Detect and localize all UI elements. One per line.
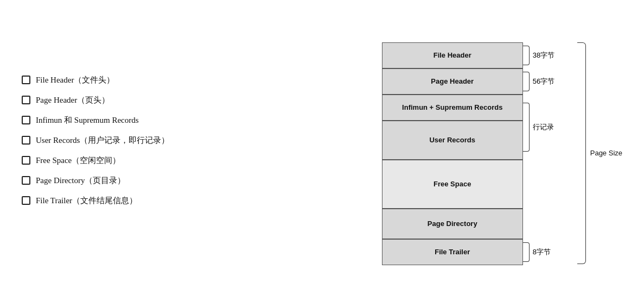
brace-icon: [523, 103, 530, 152]
annot-56字节: 56字节: [523, 68, 554, 95]
list-item-page-header-item: Page Header（页头）: [22, 95, 349, 105]
page-size-label: Page Size: [590, 149, 622, 157]
inner-annotations: 38字节56字节行记录8字节: [523, 42, 572, 265]
annot-label: 行记录: [533, 122, 554, 132]
block-page-directory: Page Directory: [382, 209, 523, 239]
checkbox-icon: [22, 136, 30, 145]
blocks-column: File HeaderPage HeaderInfimun + Supremum…: [382, 42, 523, 265]
block-infimum: Infimun + Supremum Records: [382, 95, 523, 121]
brace-icon: [523, 242, 530, 262]
block-page-header: Page Header: [382, 68, 523, 95]
list-item-label-file-trailer-item: File Trailer（文件结尾信息）: [36, 196, 137, 206]
outer-brace-area: Page Size: [572, 42, 622, 264]
annot-行记录: 行记录: [523, 95, 554, 160]
annot-38字节: 38字节: [523, 42, 554, 68]
annot-label: 8字节: [533, 247, 551, 257]
block-free-space: Free Space: [382, 160, 523, 209]
annot-label: 56字节: [533, 77, 554, 86]
brace-icon: [523, 46, 530, 65]
list-item-file-header-item: File Header（文件头）: [22, 75, 349, 85]
list-item-label-infimum-item: Infimun 和 Supremum Records: [36, 115, 139, 126]
checkbox-icon: [22, 96, 30, 104]
list-item-infimum-item: Infimun 和 Supremum Records: [22, 115, 349, 126]
checkbox-icon: [22, 76, 30, 84]
page-size-annotation: Page Size: [577, 42, 622, 264]
list-item-free-space-item: Free Space（空闲空间）: [22, 155, 349, 166]
list-item-label-page-directory-item: Page Directory（页目录）: [36, 176, 125, 186]
checkbox-icon: [22, 116, 30, 124]
checkbox-icon: [22, 196, 30, 205]
checkbox-icon: [22, 176, 30, 185]
list-item-label-file-header-item: File Header（文件头）: [36, 75, 114, 85]
list-item-label-free-space-item: Free Space（空闲空间）: [36, 155, 120, 166]
block-file-trailer: File Trailer: [382, 239, 523, 265]
list-item-file-trailer-item: File Trailer（文件结尾信息）: [22, 196, 349, 206]
list-item-label-page-header-item: Page Header（页头）: [36, 95, 110, 105]
right-panel: File HeaderPage HeaderInfimun + Supremum…: [382, 42, 622, 265]
checkbox-icon: [22, 156, 30, 165]
left-panel: File Header（文件头）Page Header（页头）Infimun 和…: [22, 42, 349, 206]
block-user-records: User Records: [382, 121, 523, 160]
main-container: File Header（文件头）Page Header（页头）Infimun 和…: [0, 32, 644, 276]
list-item-user-records-item: User Records（用户记录，即行记录）: [22, 135, 349, 146]
brace-icon: [523, 72, 530, 91]
annot-8字节: 8字节: [523, 239, 551, 265]
page-size-brace: [577, 42, 586, 264]
block-file-header: File Header: [382, 42, 523, 68]
list-item-label-user-records-item: User Records（用户记录，即行记录）: [36, 135, 169, 146]
annot-label: 38字节: [533, 51, 554, 60]
list-item-page-directory-item: Page Directory（页目录）: [22, 176, 349, 186]
